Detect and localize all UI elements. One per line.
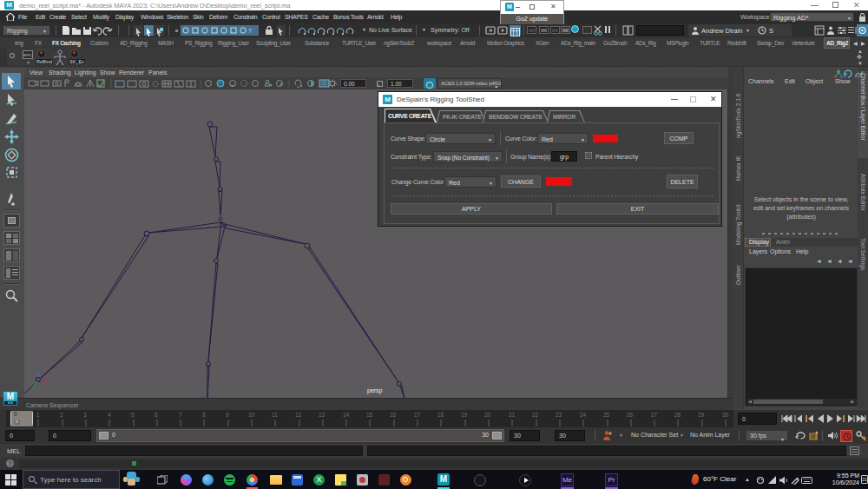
svg-text:3: 3 bbox=[83, 412, 87, 418]
svg-text:24: 24 bbox=[580, 412, 587, 418]
svg-text:19: 19 bbox=[461, 412, 468, 418]
svg-text:?: ? bbox=[248, 28, 252, 34]
svg-text:7: 7 bbox=[179, 412, 182, 418]
svg-text:14: 14 bbox=[343, 412, 350, 418]
svg-text:13: 13 bbox=[319, 412, 326, 418]
svg-text:28: 28 bbox=[674, 412, 681, 418]
svg-text:9: 9 bbox=[226, 412, 229, 418]
svg-text:23: 23 bbox=[556, 412, 562, 418]
svg-text:12: 12 bbox=[295, 412, 302, 418]
svg-text:2: 2 bbox=[60, 412, 63, 418]
svg-text:25: 25 bbox=[603, 412, 610, 418]
svg-text:30: 30 bbox=[722, 412, 729, 418]
svg-text:20: 20 bbox=[484, 412, 491, 418]
svg-text:10: 10 bbox=[248, 412, 255, 418]
svg-text:21: 21 bbox=[509, 412, 516, 418]
svg-text:27: 27 bbox=[651, 412, 658, 418]
svg-text:18: 18 bbox=[437, 412, 444, 418]
svg-text:26: 26 bbox=[627, 412, 634, 418]
svg-text:4: 4 bbox=[108, 412, 111, 418]
svg-text:29: 29 bbox=[698, 412, 705, 418]
svg-text:17: 17 bbox=[414, 412, 421, 418]
svg-text:15: 15 bbox=[366, 412, 373, 418]
svg-text:8: 8 bbox=[202, 412, 206, 418]
svg-text:persp: persp bbox=[367, 387, 383, 394]
svg-text:16: 16 bbox=[390, 412, 397, 418]
svg-text:11: 11 bbox=[272, 412, 278, 418]
svg-text:22: 22 bbox=[532, 412, 539, 418]
svg-text:5: 5 bbox=[131, 412, 135, 418]
svg-text:1: 1 bbox=[36, 412, 40, 418]
svg-text:6: 6 bbox=[155, 412, 158, 418]
